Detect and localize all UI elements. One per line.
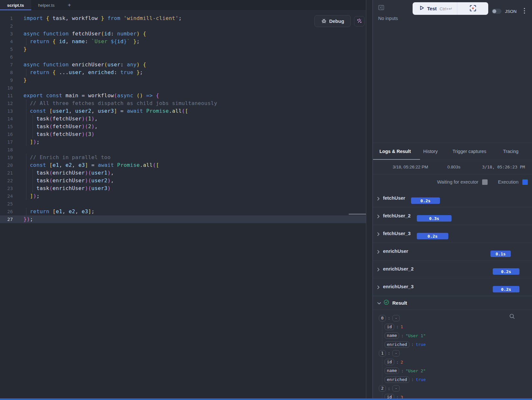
code-line[interactable]: 13 const [user1, user2, user3] = await P…	[0, 107, 372, 115]
code-line[interactable]: 14 task(fetchUser)(1),	[0, 115, 372, 123]
collapse-toggle-badge[interactable]: -	[392, 315, 400, 321]
execution-bar[interactable]: 0.3s	[417, 215, 452, 222]
collapse-toggle-badge[interactable]: -	[392, 385, 400, 392]
line-number: 8	[0, 69, 13, 76]
logs-tab-trigger-captures[interactable]: Trigger captures	[453, 143, 486, 160]
execution-bar[interactable]: 0.1s	[490, 251, 511, 257]
line-number: 26	[0, 208, 13, 215]
result-field-row: id:1	[385, 322, 532, 331]
timeline-row-enrichUser_2[interactable]: enrichUser_20.2s	[373, 261, 532, 278]
timeline-row-enrichUser_3[interactable]: enrichUser_30.2s	[373, 278, 532, 296]
code-line[interactable]: 11export const main = workflow(async () …	[0, 92, 372, 100]
code-content[interactable]: 1import { task, workflow } from 'windmil…	[0, 11, 372, 223]
line-number: 5	[0, 45, 13, 53]
line-number: 24	[0, 192, 13, 200]
result-key-badge[interactable]: enriched	[385, 341, 409, 348]
execution-bar[interactable]: 0.2s	[411, 197, 440, 204]
result-key-badge[interactable]: name	[385, 332, 399, 339]
code-line[interactable]: 4 return { id, name: `User ${id}` };	[0, 38, 372, 45]
code-line[interactable]: 19 // Enrich in parallel too	[0, 154, 372, 161]
result-key-badge[interactable]: enriched	[385, 376, 409, 383]
result-index-badge[interactable]: 0	[379, 315, 386, 321]
code-line[interactable]: 8 return { ...user, enriched: true };	[0, 69, 372, 76]
windmill-app: script.ts helper.ts + 1import { task, wo…	[0, 0, 532, 400]
code-line[interactable]: 23 task(enrichUser)(user3)	[0, 185, 372, 192]
chevron-right-icon[interactable]	[377, 232, 380, 237]
result-key-badge[interactable]: id	[385, 359, 394, 365]
code-line[interactable]: 17 ]);	[0, 138, 372, 146]
execution-bar[interactable]: 0.2s	[417, 233, 448, 239]
code-line[interactable]: 5}	[0, 45, 372, 53]
tab-helper-ts[interactable]: helper.ts	[31, 0, 62, 10]
result-value: "User 2"	[406, 368, 426, 373]
colon: :	[396, 395, 399, 398]
result-key-badge[interactable]: id	[385, 394, 394, 398]
code-line[interactable]: 20 const [e1, e2, e3] = await Promise.al…	[0, 161, 372, 169]
code-line-text: // All three fetches dispatch as child j…	[23, 100, 217, 107]
colon: :	[388, 316, 390, 320]
result-root-row: 1:-	[379, 349, 532, 357]
json-toggle[interactable]	[492, 9, 501, 14]
chevron-right-icon[interactable]	[377, 267, 380, 273]
code-line[interactable]: 12 // All three fetches dispatch as chil…	[0, 100, 372, 107]
run-meta-row: 3/18, 05:26:22 PM 0.803s 3/18, 05:26:23 …	[373, 160, 532, 174]
code-line[interactable]: 9}	[0, 76, 372, 84]
chevron-right-icon[interactable]	[377, 196, 380, 202]
line-number: 16	[0, 130, 13, 138]
line-number: 19	[0, 154, 13, 161]
new-tab-button[interactable]: +	[63, 0, 76, 10]
timeline-row-fetchUser_2[interactable]: fetchUser_20.3s	[373, 207, 532, 225]
code-line[interactable]: 24 ]);	[0, 192, 372, 200]
execution-bar[interactable]: 0.2s	[493, 286, 519, 292]
result-key-badge[interactable]: name	[385, 367, 399, 374]
line-number: 20	[0, 161, 13, 169]
tab-script-ts[interactable]: script.ts	[0, 0, 31, 10]
code-line-text: task(enrichUser)(user3)	[23, 185, 111, 192]
panel-menu-button[interactable]	[522, 8, 527, 15]
chevron-right-icon[interactable]	[377, 285, 380, 290]
code-line[interactable]: 15 task(fetchUser)(2),	[0, 123, 372, 130]
colon: :	[388, 351, 390, 356]
logs-tab-tracing[interactable]: Tracing	[503, 143, 518, 160]
debug-button[interactable]: Debug	[314, 15, 351, 27]
editor-panel-gutter[interactable]	[366, 0, 372, 398]
code-line[interactable]: 26 return [e1, e2, e3];	[0, 208, 372, 215]
code-line[interactable]: 27});	[0, 215, 372, 223]
colon: :	[411, 342, 414, 347]
chevron-right-icon[interactable]	[377, 214, 380, 220]
capture-button[interactable]	[457, 2, 488, 15]
timeline-row-fetchUser_3[interactable]: fetchUser_30.2s	[373, 225, 532, 243]
panel-collapse-button[interactable]	[378, 5, 385, 12]
code-line[interactable]: 6	[0, 53, 372, 61]
code-line[interactable]: 25	[0, 200, 372, 208]
code-line-text: task(fetchUser)(3)	[23, 130, 95, 138]
chevron-right-icon[interactable]	[377, 249, 380, 255]
timeline-row-enrichUser[interactable]: enrichUser0.1s	[373, 243, 532, 261]
result-index-badge[interactable]: 1	[379, 350, 386, 357]
code-line-text: return { ...user, enriched: true };	[23, 69, 143, 76]
result-key-badge[interactable]: id	[385, 324, 394, 330]
code-line[interactable]: 16 task(fetchUser)(3)	[0, 130, 372, 138]
line-number: 18	[0, 146, 13, 154]
code-line[interactable]: 22 task(enrichUser)(user2),	[0, 177, 372, 185]
result-index-badge[interactable]: 2	[379, 385, 386, 392]
code-line[interactable]: 7async function enrichUser(user: any) {	[0, 61, 372, 69]
ai-assist-button[interactable]	[354, 16, 365, 26]
code-line[interactable]: 21 task(enrichUser)(user1),	[0, 169, 372, 177]
code-line[interactable]: 10	[0, 84, 372, 92]
collapse-toggle-badge[interactable]: -	[392, 350, 400, 357]
execution-bar[interactable]: 0.2s	[493, 268, 519, 275]
code-editor[interactable]: 1import { task, workflow } from 'windmil…	[0, 11, 372, 223]
test-button[interactable]: Test Ctrl+↵	[413, 2, 457, 15]
bug-icon	[321, 18, 327, 24]
bottom-resize-bar[interactable]	[0, 398, 532, 400]
code-line[interactable]: 3async function fetchUser(id: number) {	[0, 30, 372, 38]
result-search-button[interactable]	[509, 313, 515, 320]
logs-tab-history[interactable]: History	[423, 143, 438, 160]
json-toggle-knob	[492, 9, 496, 13]
line-number: 6	[0, 53, 13, 61]
logs-tab-logs-result[interactable]: Logs & Result	[379, 143, 411, 160]
timeline-row-fetchUser[interactable]: fetchUser0.2s	[373, 190, 532, 207]
code-line[interactable]: 18	[0, 146, 372, 154]
result-header[interactable]: Result	[373, 296, 532, 310]
